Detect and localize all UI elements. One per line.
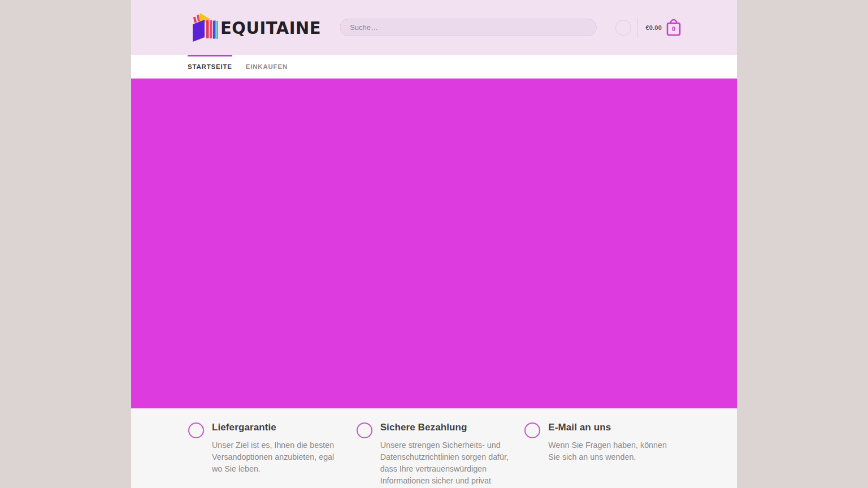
feature-title: Sichere Bezahlung <box>380 422 513 433</box>
site-header: EQUITAINE €0.00 0 <box>131 0 737 55</box>
primary-nav: STARTSEITE EINKAUFEN <box>131 55 737 79</box>
email-circle-icon <box>524 422 540 438</box>
nav-item-einkaufen[interactable]: EINKAUFEN <box>246 55 288 79</box>
cart-button[interactable]: €0.00 0 <box>645 19 681 36</box>
hero-banner <box>131 79 737 408</box>
header-divider <box>637 18 638 38</box>
storefront-page: EQUITAINE €0.00 0 STARTSEITE EINKAUF <box>131 0 737 488</box>
feature-shipping: Liefergarantie Unser Ziel ist es, Ihnen … <box>188 422 344 475</box>
header-actions: €0.00 0 <box>615 18 681 38</box>
features-section: Liefergarantie Unser Ziel ist es, Ihnen … <box>131 408 737 488</box>
cart-bag-icon: 0 <box>666 21 681 36</box>
search-input[interactable] <box>340 19 597 36</box>
shipping-circle-icon <box>188 422 204 438</box>
search-container <box>340 19 597 36</box>
feature-description: Unsere strengen Sicherheits- und Datensc… <box>380 439 513 488</box>
brand-logo-icon <box>190 11 220 45</box>
feature-description: Wenn Sie Fragen haben, können Sie sich a… <box>548 439 680 463</box>
cart-count-badge: 0 <box>666 23 681 34</box>
feature-title: Liefergarantie <box>212 422 344 433</box>
nav-item-startseite[interactable]: STARTSEITE <box>188 55 232 79</box>
feature-title: E-Mail an uns <box>548 422 680 433</box>
cart-total: €0.00 <box>645 24 662 31</box>
payment-circle-icon <box>357 422 372 438</box>
brand-logo[interactable]: EQUITAINE <box>190 11 321 45</box>
feature-description: Unser Ziel ist es, Ihnen die besten Vers… <box>212 439 344 475</box>
feature-secure-payment: Sichere Bezahlung Unsere strengen Sicher… <box>357 422 513 488</box>
feature-email-us: E-Mail an uns Wenn Sie Fragen haben, kön… <box>524 422 680 463</box>
brand-name: EQUITAINE <box>220 18 321 38</box>
account-avatar[interactable] <box>615 20 631 36</box>
